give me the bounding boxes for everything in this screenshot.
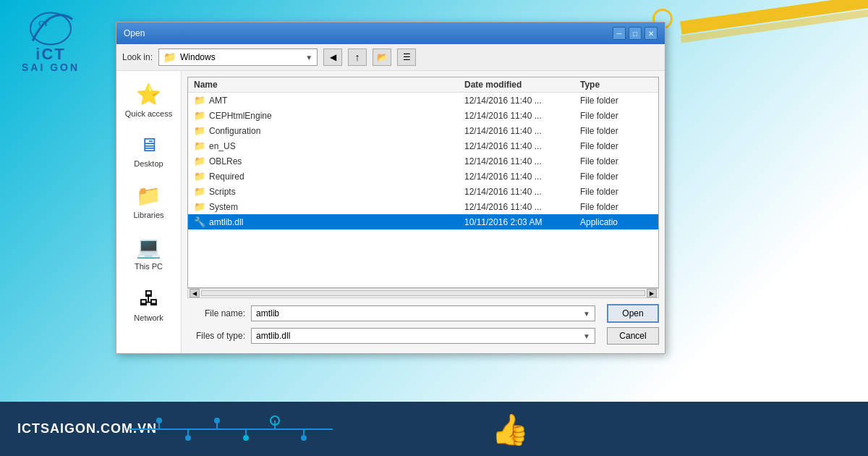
file-date: 12/14/2016 11:40 ...	[464, 141, 580, 151]
sidebar-item-libraries[interactable]: 📁 Libraries	[120, 180, 178, 224]
minimize-button[interactable]: ─	[613, 27, 626, 40]
file-date: 12/14/2016 11:40 ...	[464, 126, 580, 136]
sidebar-item-desktop[interactable]: 🖥 Desktop	[120, 130, 178, 172]
file-date: 12/14/2016 11:40 ...	[464, 187, 580, 197]
scroll-left-button[interactable]: ◀	[190, 289, 200, 297]
files-of-type-row: Files of type: amtlib.dll ▼ Cancel	[187, 327, 659, 345]
lookin-label: Look in:	[122, 52, 153, 62]
view-menu-button[interactable]: ☰	[397, 48, 416, 66]
svg-text:CT: CT	[38, 20, 48, 28]
open-button[interactable]: Open	[607, 304, 659, 323]
up-folder-button[interactable]: ↑	[348, 48, 367, 66]
close-button[interactable]: ✕	[644, 27, 658, 40]
folder-icon: 📁	[194, 110, 205, 121]
libraries-label: Libraries	[133, 211, 163, 219]
deco-stripes	[680, 0, 868, 43]
file-type: File folder	[580, 141, 652, 151]
column-name: Name	[194, 80, 464, 90]
file-date: 12/14/2016 11:40 ...	[464, 202, 580, 212]
folder-icon: 📁	[194, 201, 205, 212]
folder-icon: 📁	[194, 156, 205, 166]
quick-access-icon: ⭐	[136, 83, 161, 106]
open-file-dialog: Open ─ □ ✕ Look in: 📁 Windows ▼ ◀ ↑ 📂 ☰ …	[116, 22, 665, 354]
sidebar-nav: ⭐ Quick access 🖥 Desktop 📁 Libraries 💻 T…	[116, 71, 182, 353]
file-name: Configuration	[209, 126, 260, 136]
form-buttons: Open	[607, 304, 659, 323]
form-buttons-2: Cancel	[607, 327, 659, 345]
folder-icon: 📁	[194, 95, 205, 106]
scroll-track[interactable]	[201, 290, 645, 296]
bottom-form: File name: amtlib ▼ Open Files of type: …	[187, 298, 659, 347]
dropdown-arrow-icon: ▼	[583, 332, 590, 340]
create-folder-button[interactable]: 📂	[373, 48, 391, 66]
network-label: Network	[134, 313, 163, 322]
table-row[interactable]: 📁System 12/14/2016 11:40 ... File folder	[188, 199, 658, 214]
table-row[interactable]: 📁AMT 12/14/2016 11:40 ... File folder	[188, 93, 658, 108]
cancel-button[interactable]: Cancel	[607, 327, 659, 345]
svg-point-15	[301, 435, 307, 441]
horizontal-scrollbar[interactable]: ◀ ▶	[187, 288, 659, 298]
back-button[interactable]: ◀	[323, 48, 342, 66]
file-date: 12/14/2016 11:40 ...	[464, 111, 580, 121]
toolbar-buttons: ◀	[323, 48, 342, 66]
folder-icon: 📁	[194, 186, 205, 197]
folder-icon: 📁	[194, 171, 205, 182]
file-type: File folder	[580, 202, 652, 212]
file-name: Required	[209, 172, 244, 182]
sidebar-item-this-pc[interactable]: 💻 This PC	[120, 231, 178, 275]
main-content: Name Date modified Type 📁AMT 12/14/2016 …	[182, 71, 665, 353]
dll-file-icon: 🔧	[194, 216, 205, 227]
dialog-body: ⭐ Quick access 🖥 Desktop 📁 Libraries 💻 T…	[116, 71, 665, 353]
file-list-header: Name Date modified Type	[188, 77, 658, 93]
folder-icon: 📁	[194, 140, 205, 151]
files-of-type-value: amtlib.dll	[256, 331, 290, 341]
logo: i CT iCT SAI GON	[7, 7, 94, 72]
file-type: File folder	[580, 111, 652, 121]
network-icon: 🖧	[139, 287, 159, 311]
files-of-type-input[interactable]: amtlib.dll ▼	[251, 328, 595, 344]
quick-access-label: Quick access	[125, 109, 172, 118]
file-list-container: Name Date modified Type 📁AMT 12/14/2016 …	[187, 77, 659, 288]
file-type: File folder	[580, 172, 652, 182]
table-row[interactable]: 📁Required 12/14/2016 11:40 ... File fold…	[188, 169, 658, 184]
thumbs-up-icon: 👍	[491, 412, 529, 447]
file-type: Applicatio	[580, 217, 652, 227]
svg-point-5	[156, 418, 162, 423]
file-name: en_US	[209, 141, 236, 151]
table-row[interactable]: 📁Scripts 12/14/2016 11:40 ... File folde…	[188, 184, 658, 199]
file-name-value: amtlib	[256, 308, 279, 318]
sidebar-item-quick-access[interactable]: ⭐ Quick access	[120, 78, 178, 122]
lookin-value: Windows	[180, 52, 216, 62]
scroll-right-button[interactable]: ▶	[647, 289, 657, 297]
maximize-button[interactable]: □	[629, 27, 642, 40]
file-name: amtlib.dll	[209, 217, 243, 227]
file-name-input[interactable]: amtlib ▼	[251, 305, 595, 321]
bottom-caption-area: 👍 Mở file amtlib để kiểm tra kích hoạt	[491, 412, 854, 447]
file-date: 10/11/2016 2:03 AM	[464, 217, 580, 227]
file-name: AMT	[209, 96, 227, 106]
dropdown-arrow-icon: ▼	[583, 310, 590, 318]
column-date: Date modified	[464, 80, 580, 90]
logo-icon: i CT	[25, 7, 76, 49]
svg-point-7	[185, 435, 191, 441]
file-type: File folder	[580, 187, 652, 197]
this-pc-label: This PC	[135, 262, 163, 271]
file-name: OBLRes	[209, 156, 242, 166]
dialog-titlebar: Open ─ □ ✕	[116, 22, 665, 44]
svg-point-11	[243, 435, 249, 441]
table-row[interactable]: 📁CEPHtmlEngine 12/14/2016 11:40 ... File…	[188, 108, 658, 123]
table-row[interactable]: 📁Configuration 12/14/2016 11:40 ... File…	[188, 123, 658, 138]
this-pc-icon: 💻	[136, 235, 161, 259]
table-row[interactable]: 📁en_US 12/14/2016 11:40 ... File folder	[188, 138, 658, 153]
file-date: 12/14/2016 11:40 ...	[464, 96, 580, 106]
table-row-selected[interactable]: 🔧amtlib.dll 10/11/2016 2:03 AM Applicati…	[188, 214, 658, 229]
file-date: 12/14/2016 11:40 ...	[464, 172, 580, 182]
svg-point-9	[214, 418, 220, 423]
svg-text:i: i	[34, 20, 36, 28]
folder-icon: 📁	[163, 51, 176, 63]
file-type: File folder	[580, 156, 652, 166]
dialog-title: Open	[124, 28, 145, 38]
table-row[interactable]: 📁OBLRes 12/14/2016 11:40 ... File folder	[188, 153, 658, 169]
sidebar-item-network[interactable]: 🖧 Network	[120, 282, 178, 326]
lookin-dropdown[interactable]: 📁 Windows ▼	[158, 48, 318, 66]
